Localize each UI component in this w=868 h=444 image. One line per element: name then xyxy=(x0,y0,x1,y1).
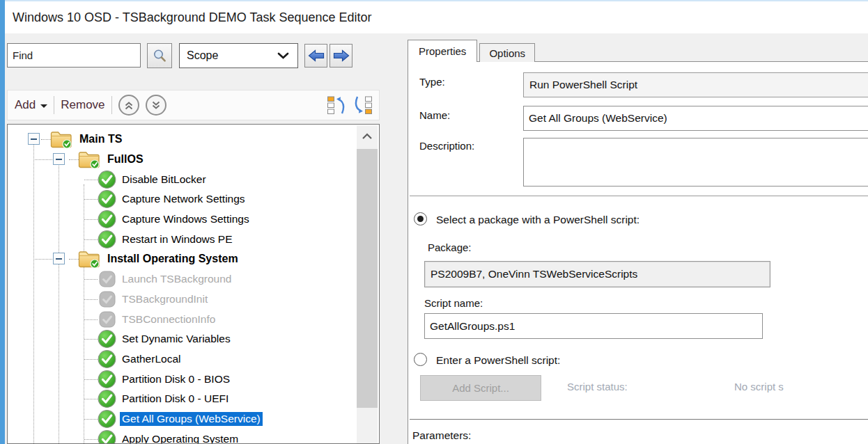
enter-script-radio-label: Enter a PowerShell script: xyxy=(436,354,560,367)
task-sequence-tree: Main TSFullOSDisable BitLockerCapture Ne… xyxy=(7,124,380,444)
tree-toolbar: Add Remove xyxy=(7,90,380,120)
package-label: Package: xyxy=(428,241,472,253)
tree-item-label: Disable BitLocker xyxy=(120,173,208,187)
tree-connector xyxy=(84,299,98,300)
tree-item[interactable]: Capture Windows Settings xyxy=(8,209,356,230)
folder-check-icon xyxy=(78,150,100,169)
tab-bar: Properties Options xyxy=(408,40,535,62)
tree-expander-collapse[interactable] xyxy=(53,153,65,165)
tree-item-label: Partition Disk 0 - BIOS xyxy=(120,372,232,386)
tree-item[interactable]: Launch TSBackground xyxy=(8,269,356,290)
tree-expander-collapse[interactable] xyxy=(28,133,40,145)
disabled-check-icon xyxy=(99,271,116,287)
tree-scrollbar-thumb[interactable] xyxy=(357,149,378,408)
type-field: Run PowerShell Script xyxy=(523,72,868,97)
description-field[interactable] xyxy=(523,138,868,187)
collapse-all-button[interactable] xyxy=(118,95,139,116)
double-chevron-down-icon xyxy=(150,100,162,111)
add-button-label: Add xyxy=(15,98,36,112)
tree-item[interactable]: GatherLocal xyxy=(8,349,356,370)
tree-item[interactable]: TSBackgroundInit xyxy=(8,290,356,310)
green-check-icon xyxy=(98,210,116,229)
tree-item-label: Set Dynamic Variables xyxy=(120,332,233,346)
name-label: Name: xyxy=(419,109,450,121)
tab-properties[interactable]: Properties xyxy=(408,40,477,62)
scope-dropdown[interactable]: Scope xyxy=(179,43,298,68)
properties-tab-page: Type: Run PowerShell Script Name: Descri… xyxy=(408,61,868,444)
tree-item[interactable]: Apply Operating System xyxy=(8,429,356,443)
window-left-edge xyxy=(0,0,5,444)
tree-item[interactable]: Main TS xyxy=(8,129,356,150)
script-name-field[interactable] xyxy=(424,313,763,339)
tree-item[interactable]: FullOS xyxy=(8,150,356,170)
expand-all-button[interactable] xyxy=(146,95,166,116)
tree-item[interactable]: Partition Disk 0 - BIOS xyxy=(8,369,356,389)
add-button[interactable]: Add xyxy=(15,98,47,112)
green-check-icon xyxy=(98,370,116,388)
tree-item[interactable]: TSBConnectionInfo xyxy=(8,309,356,329)
green-check-icon xyxy=(98,190,116,209)
tree-connector xyxy=(84,239,98,240)
arrow-right-icon xyxy=(333,49,350,62)
tree-connector xyxy=(84,379,98,380)
window-title: Windows 10 OSD - TSBackground DEMO Task … xyxy=(5,1,868,34)
navigate-back-button[interactable] xyxy=(304,44,327,68)
search-button[interactable] xyxy=(147,43,172,68)
tree-item[interactable]: Set Dynamic Variables xyxy=(8,329,356,349)
green-check-icon xyxy=(98,390,116,409)
toolbar-separator xyxy=(111,96,112,114)
remove-button[interactable]: Remove xyxy=(61,98,104,112)
navigate-forward-button[interactable] xyxy=(330,44,352,68)
tree-item-label: Install Operating System xyxy=(105,252,240,266)
enter-script-radio[interactable] xyxy=(414,353,427,366)
select-package-radio-label: Select a package with a PowerShell scrip… xyxy=(436,214,640,226)
tab-options-label: Options xyxy=(489,47,525,59)
tree-scrollbar[interactable] xyxy=(357,125,378,443)
dropdown-caret-icon xyxy=(40,104,47,108)
task-sequence-editor-window: Windows 10 OSD - TSBackground DEMO Task … xyxy=(0,0,868,444)
scroll-up-button[interactable] xyxy=(357,125,378,148)
green-check-icon xyxy=(98,330,116,349)
move-down-icon xyxy=(354,95,373,115)
disabled-check-icon xyxy=(99,311,116,328)
tab-options[interactable]: Options xyxy=(479,43,535,62)
tree-item[interactable]: Capture Network Settings xyxy=(8,189,356,209)
move-down-button[interactable] xyxy=(352,95,373,116)
disabled-check-icon xyxy=(99,291,116,308)
green-check-icon xyxy=(98,429,116,443)
tree-item-label: TSBackgroundInit xyxy=(120,292,210,306)
find-input[interactable] xyxy=(7,43,141,68)
tree-item[interactable]: Restart in Windows PE xyxy=(8,229,356,249)
select-package-radio[interactable] xyxy=(414,212,427,225)
tree-item[interactable]: Disable BitLocker xyxy=(8,169,356,189)
green-check-icon xyxy=(98,230,116,248)
package-field: PS2009B7, OneVinn TSWebServiceScripts xyxy=(424,261,770,287)
move-up-button[interactable] xyxy=(325,95,346,116)
script-status-label: Script status: xyxy=(567,381,628,393)
green-check-icon xyxy=(98,170,116,189)
tree-item-label: GatherLocal xyxy=(120,352,183,366)
name-field[interactable] xyxy=(523,106,868,131)
green-check-icon xyxy=(98,409,116,428)
tree-connector xyxy=(84,180,98,180)
chevron-down-icon xyxy=(277,52,297,60)
tree-connector xyxy=(84,279,98,280)
tree-rows: Main TSFullOSDisable BitLockerCapture Ne… xyxy=(8,129,356,443)
tree-connector xyxy=(84,219,98,220)
tree-item[interactable]: Get All Groups (WebService) xyxy=(8,409,356,429)
tree-item[interactable]: Install Operating System xyxy=(8,249,356,269)
tree-item-label: Apply Operating System xyxy=(120,432,240,443)
move-up-icon xyxy=(327,95,346,115)
tree-item-label: Restart in Windows PE xyxy=(120,232,235,246)
description-label: Description: xyxy=(419,140,474,152)
tree-item-label: FullOS xyxy=(105,152,146,166)
tree-expander-collapse[interactable] xyxy=(53,253,65,264)
tree-connector xyxy=(84,419,98,420)
tree-item-label: Launch TSBackground xyxy=(120,272,233,286)
add-script-button: Add Script... xyxy=(420,375,541,401)
tree-item-label: Capture Windows Settings xyxy=(120,212,251,226)
tree-item[interactable]: Partition Disk 0 - UEFI xyxy=(8,389,356,409)
folder-check-icon xyxy=(78,250,100,269)
tree-connector xyxy=(84,319,98,320)
section-separator xyxy=(410,196,868,198)
